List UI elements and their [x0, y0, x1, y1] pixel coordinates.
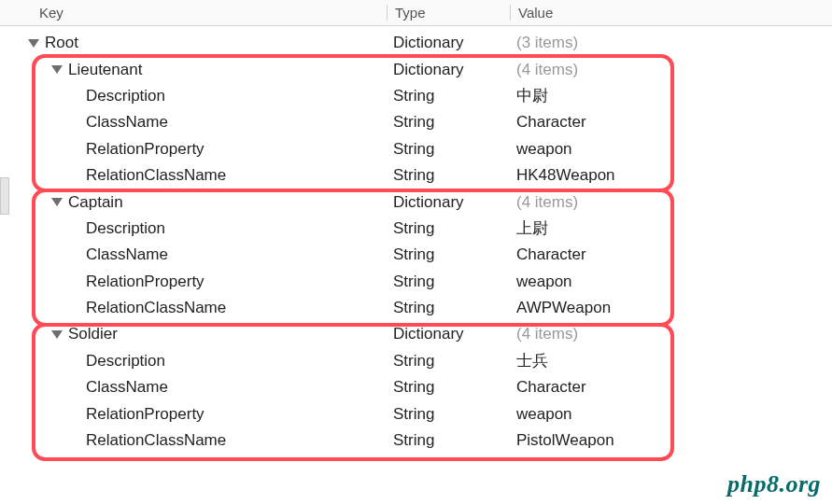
type-cell[interactable]: Dictionary	[388, 34, 511, 52]
table-row[interactable]: DescriptionString士兵	[0, 348, 832, 374]
type-cell[interactable]: String	[388, 431, 511, 450]
table-row[interactable]: DescriptionString上尉	[0, 216, 832, 242]
table-row[interactable]: DescriptionString中尉	[0, 83, 832, 109]
key-label: ClassName	[86, 113, 168, 132]
key-cell[interactable]: Captain	[0, 193, 388, 212]
table-row[interactable]: RootDictionary(3 items)	[0, 30, 832, 56]
type-cell[interactable]: Dictionary	[388, 193, 511, 212]
table-row[interactable]: RelationPropertyStringweapon	[0, 136, 832, 162]
key-cell[interactable]: RelationClassName	[0, 299, 388, 317]
value-cell[interactable]: weapon	[511, 273, 832, 291]
type-cell[interactable]: Dictionary	[388, 61, 511, 79]
table-row[interactable]: CaptainDictionary(4 items)	[0, 189, 832, 215]
table-row[interactable]: SoldierDictionary(4 items)	[0, 321, 832, 347]
table-row[interactable]: ClassNameStringCharacter	[0, 374, 832, 400]
key-label: Lieutenant	[68, 61, 142, 79]
key-label: ClassName	[86, 245, 168, 264]
key-label: RelationProperty	[86, 273, 204, 291]
table-body: RootDictionary(3 items)LieutenantDiction…	[0, 26, 832, 457]
key-label: Soldier	[68, 325, 118, 343]
key-label: RelationProperty	[86, 405, 204, 424]
key-cell[interactable]: Soldier	[0, 325, 388, 343]
key-cell[interactable]: Description	[0, 219, 388, 238]
table-row[interactable]: RelationPropertyStringweapon	[0, 269, 832, 295]
key-cell[interactable]: RelationClassName	[0, 166, 388, 185]
value-cell[interactable]: Character	[511, 245, 832, 264]
table-row[interactable]: ClassNameStringCharacter	[0, 109, 832, 135]
key-cell[interactable]: ClassName	[0, 378, 388, 397]
type-cell[interactable]: String	[388, 299, 511, 317]
type-cell[interactable]: String	[388, 113, 511, 132]
value-cell[interactable]: (4 items)	[511, 193, 832, 212]
disclosure-triangle-icon[interactable]	[28, 37, 39, 49]
key-label: Description	[86, 219, 165, 238]
value-cell[interactable]: Character	[511, 378, 832, 397]
value-cell[interactable]: HK48Weapon	[511, 166, 832, 185]
key-label: Description	[86, 87, 165, 105]
type-cell[interactable]: String	[388, 378, 511, 397]
key-label: Description	[86, 352, 165, 371]
key-cell[interactable]: RelationProperty	[0, 273, 388, 291]
key-cell[interactable]: RelationProperty	[0, 140, 388, 159]
value-cell[interactable]: (4 items)	[511, 61, 832, 79]
key-cell[interactable]: RelationProperty	[0, 405, 388, 424]
type-cell[interactable]: String	[388, 166, 511, 185]
header-value[interactable]: Value	[511, 5, 832, 21]
key-label: Root	[45, 34, 78, 52]
key-label: Captain	[68, 193, 123, 212]
type-cell[interactable]: Dictionary	[388, 325, 511, 343]
table-row[interactable]: RelationClassNameStringAWPWeapon	[0, 295, 832, 321]
value-cell[interactable]: 士兵	[511, 350, 832, 371]
key-label: RelationClassName	[86, 431, 226, 450]
key-cell[interactable]: ClassName	[0, 113, 388, 132]
disclosure-triangle-icon[interactable]	[51, 329, 63, 340]
type-cell[interactable]: String	[388, 219, 511, 238]
table-row[interactable]: LieutenantDictionary(4 items)	[0, 56, 832, 82]
key-cell[interactable]: Description	[0, 87, 388, 105]
header-type[interactable]: Type	[388, 5, 511, 21]
type-cell[interactable]: String	[388, 245, 511, 264]
watermark: php8.org	[727, 470, 821, 498]
value-cell[interactable]: AWPWeapon	[511, 299, 832, 317]
table-row[interactable]: RelationPropertyStringweapon	[0, 400, 832, 427]
table-row[interactable]: RelationClassNameStringHK48Weapon	[0, 162, 832, 189]
key-label: ClassName	[86, 378, 168, 397]
type-cell[interactable]: String	[388, 405, 511, 424]
value-cell[interactable]: (4 items)	[511, 325, 832, 343]
type-cell[interactable]: String	[388, 87, 511, 105]
value-cell[interactable]: 中尉	[511, 85, 832, 106]
type-cell[interactable]: String	[388, 140, 511, 159]
key-cell[interactable]: Description	[0, 352, 388, 371]
value-cell[interactable]: (3 items)	[511, 34, 832, 52]
disclosure-triangle-icon[interactable]	[51, 64, 63, 76]
value-cell[interactable]: weapon	[511, 405, 832, 424]
key-cell[interactable]: ClassName	[0, 245, 388, 264]
key-label: RelationClassName	[86, 299, 226, 317]
header-key[interactable]: Key	[0, 5, 388, 21]
value-cell[interactable]: 上尉	[511, 217, 832, 239]
type-cell[interactable]: String	[388, 273, 511, 291]
key-label: RelationClassName	[86, 166, 226, 185]
value-cell[interactable]: weapon	[511, 140, 832, 159]
key-cell[interactable]: Root	[0, 34, 388, 52]
table-row[interactable]: ClassNameStringCharacter	[0, 242, 832, 268]
table-header: Key Type Value	[0, 0, 832, 26]
key-cell[interactable]: RelationClassName	[0, 431, 388, 450]
value-cell[interactable]: PistolWeapon	[511, 431, 832, 450]
key-cell[interactable]: Lieutenant	[0, 61, 388, 79]
disclosure-triangle-icon[interactable]	[51, 197, 63, 208]
type-cell[interactable]: String	[388, 352, 511, 371]
table-row[interactable]: RelationClassNameStringPistolWeapon	[0, 427, 832, 454]
value-cell[interactable]: Character	[511, 113, 832, 132]
key-label: RelationProperty	[86, 140, 204, 159]
